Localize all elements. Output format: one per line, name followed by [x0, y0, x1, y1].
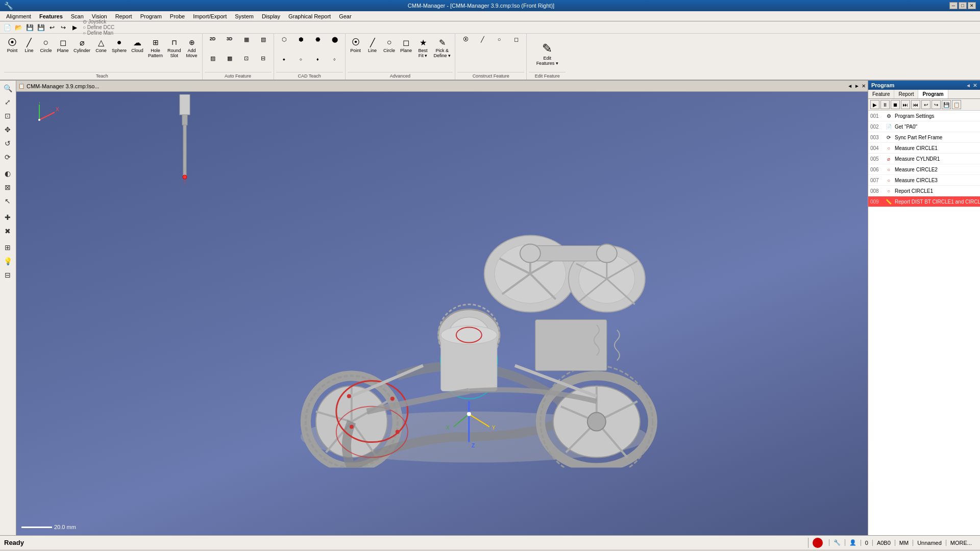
measure-button[interactable]: ⊠ [1, 181, 14, 194]
grid-button[interactable]: ⊞ [1, 241, 14, 254]
cad-teach2-button[interactable]: ⬢ [293, 35, 309, 54]
viewport-close-btn[interactable]: ✕ [862, 83, 866, 89]
teach-point-button[interactable]: ⦿ Point [4, 35, 20, 55]
prog-save-button[interactable]: 💾 [942, 100, 951, 109]
rotate3d-button[interactable]: ⟳ [1, 151, 14, 164]
teach-sphere-button[interactable]: ● Sphere [110, 35, 129, 55]
menu-features[interactable]: Features [35, 12, 67, 20]
construct2-button[interactable]: ╱ [474, 35, 491, 44]
adv-pick-define-button[interactable]: ✎ Pick &Define ▾ [432, 35, 453, 60]
auto-2d-button[interactable]: 2D [205, 35, 221, 53]
adv-line-button[interactable]: ╱ Line [364, 35, 381, 55]
prog-play-button[interactable]: ▶ [870, 100, 879, 109]
program-item-004[interactable]: 004 ○ Measure CIRCLE1 [868, 143, 980, 154]
minimize-button[interactable]: ─ [949, 2, 958, 9]
teach-cylinder-button[interactable]: ⌀ Cylinder [71, 35, 92, 55]
menu-gear[interactable]: Gear [335, 12, 355, 20]
panel-close-btn[interactable]: ✕ [973, 83, 977, 88]
teach-cloud-button[interactable]: ☁ Cloud [129, 35, 145, 55]
program-item-005[interactable]: 005 ⌀ Measure CYLNDR1 [868, 154, 980, 164]
program-item-008[interactable]: 008 ○ Report CIRCLE1 [868, 186, 980, 196]
snap-button[interactable]: ⊟ [1, 268, 14, 282]
program-item-006[interactable]: 006 ○ Measure CIRCLE2 [868, 164, 980, 175]
teach-cone-button[interactable]: △ Cone [93, 35, 109, 55]
rotate-button[interactable]: ↺ [1, 137, 14, 150]
program-item-002[interactable]: 002 📄 Get "PA0" [868, 121, 980, 132]
prog-undo-button[interactable]: ↩ [921, 100, 930, 109]
user-status[interactable]: 👤 [845, 539, 861, 546]
cad-teach1-button[interactable]: ⬡ [276, 35, 292, 54]
panel-left-btn[interactable]: ◄ [966, 83, 971, 88]
auto-feat7-button[interactable]: ⊡ [238, 54, 255, 72]
zoom-in-button[interactable]: 🔍 [1, 82, 14, 95]
auto-feat8-button[interactable]: ⊟ [255, 54, 272, 72]
tab-report[interactable]: Report [894, 90, 918, 98]
save-button[interactable]: 💾 [24, 22, 35, 33]
redo-button[interactable]: ↪ [58, 22, 68, 33]
close-button[interactable]: ✕ [968, 2, 976, 9]
prog-redo-button[interactable]: ↪ [932, 100, 941, 109]
menu-alignment[interactable]: Alignment [2, 12, 35, 20]
save2-button[interactable]: 💾 [36, 22, 46, 33]
construct1-button[interactable]: ⦿ [457, 35, 474, 44]
teach-plane-button[interactable]: ◻ Plane [55, 35, 71, 55]
cad-teach7-button[interactable]: ⬧ [310, 54, 326, 72]
more-button[interactable]: MORE... [946, 540, 976, 546]
teach-add-move-button[interactable]: ⊕ AddMove [184, 35, 200, 60]
add-button[interactable]: ✚ [1, 211, 14, 224]
teach-line-button[interactable]: ╱ Line [21, 35, 37, 55]
program-item-003[interactable]: 003 ⟳ Sync Part Ref Frame [868, 132, 980, 143]
remove-button[interactable]: ✖ [1, 224, 14, 238]
viewport-collapse-btn[interactable]: ◄ [847, 83, 852, 89]
adv-circle-button[interactable]: ○ Circle [381, 35, 398, 55]
menu-probe[interactable]: Probe [166, 12, 189, 20]
tab-program[interactable]: Program [918, 90, 948, 98]
prog-pause-button[interactable]: ⏸ [880, 100, 890, 109]
prog-copy-button[interactable]: 📋 [952, 100, 961, 109]
menu-display[interactable]: Display [258, 12, 284, 20]
teach-circle-button[interactable]: ○ Circle [38, 35, 54, 55]
undo-button[interactable]: ↩ [47, 22, 57, 33]
cad-teach4-button[interactable]: ⬤ [327, 35, 343, 54]
tab-feature[interactable]: Feature [868, 90, 894, 98]
auto-3d-button[interactable]: 3D [222, 35, 238, 53]
cad-teach3-button[interactable]: ⬣ [310, 35, 326, 54]
cad-teach6-button[interactable]: ⬦ [293, 54, 309, 72]
zoom-box-button[interactable]: ⊡ [1, 109, 14, 122]
construct3-button[interactable]: ○ [491, 35, 507, 44]
prog-prev-button[interactable]: ⏮ [911, 100, 920, 109]
menu-importexport[interactable]: Import/Export [189, 12, 231, 20]
menu-report[interactable]: Report [111, 12, 136, 20]
auto-feat6-button[interactable]: ▩ [222, 54, 238, 72]
teach-round-slot-button[interactable]: ⊓ RoundSlot [165, 35, 183, 60]
cad-teach5-button[interactable]: ⬥ [276, 54, 292, 72]
prog-next-button[interactable]: ⏭ [901, 100, 910, 109]
zoom-all-button[interactable]: ⤢ [1, 95, 14, 109]
3d-viewport[interactable]: X Y [16, 92, 868, 535]
prog-stop-button[interactable]: ⏹ [891, 100, 900, 109]
view-button[interactable]: ◐ [1, 167, 14, 180]
new-button[interactable]: 📄 [2, 22, 12, 33]
auto-feat4-button[interactable]: ▧ [255, 35, 272, 53]
pan-button[interactable]: ✥ [1, 123, 14, 136]
menu-system[interactable]: System [231, 12, 258, 20]
restore-button[interactable]: □ [959, 2, 967, 9]
program-item-009[interactable]: 009 📏 Report DIST BT CIRCLE1 and CIRCLE2 [868, 196, 980, 207]
run-button[interactable]: ▶ [69, 22, 80, 33]
teach-hole-pattern-button[interactable]: ⊞ HolePattern [146, 35, 165, 60]
viewport-expand-btn[interactable]: ► [854, 83, 860, 89]
auto-feat5-button[interactable]: ▨ [205, 54, 221, 72]
light-button[interactable]: 💡 [1, 255, 14, 268]
adv-plane-button[interactable]: ◻ Plane [398, 35, 414, 55]
adv-point-button[interactable]: ⦿ Point [348, 35, 364, 55]
menu-program[interactable]: Program [136, 12, 166, 20]
select-button[interactable]: ↖ [1, 194, 14, 208]
program-item-007[interactable]: 007 ○ Measure CIRCLE3 [868, 175, 980, 186]
adv-bestfit-button[interactable]: ★ BestFit ▾ [415, 35, 431, 60]
auto-feat3-button[interactable]: ▦ [238, 35, 255, 53]
construct4-button[interactable]: ◻ [508, 35, 524, 44]
edit-features-button[interactable]: ✎ EditFeatures ▾ [534, 40, 560, 67]
cad-teach8-button[interactable]: ⬨ [327, 54, 343, 72]
tool-status[interactable]: 🔧 [829, 539, 845, 546]
menu-graphical-report[interactable]: Graphical Report [284, 12, 335, 20]
